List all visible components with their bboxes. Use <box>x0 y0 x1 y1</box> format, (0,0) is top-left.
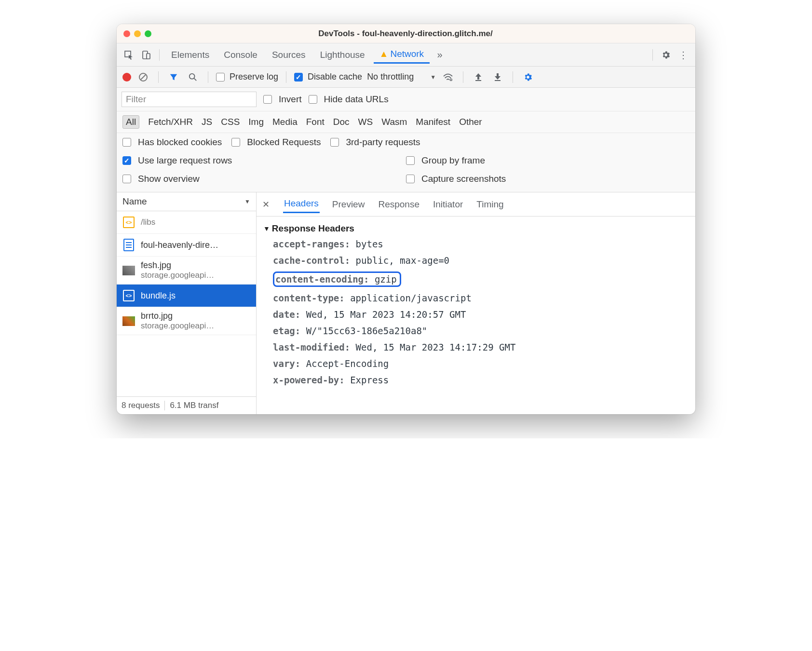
svg-point-5 <box>189 73 195 79</box>
group-frame-label: Group by frame <box>421 155 485 166</box>
status-bar: 8 requests 6.1 MB transf <box>117 396 256 414</box>
request-row[interactable]: fesh.jpgstorage.googleapi… <box>117 257 256 285</box>
blocked-cookies-checkbox[interactable] <box>122 138 131 147</box>
inspect-element-icon[interactable] <box>122 48 136 62</box>
js-file-icon: <> <box>123 217 135 228</box>
blocked-requests-checkbox[interactable] <box>231 138 240 147</box>
tab-sources[interactable]: Sources <box>266 47 311 63</box>
show-overview-label: Show overview <box>138 174 200 184</box>
disclosure-triangle-icon: ▼ <box>263 225 270 232</box>
type-manifest[interactable]: Manifest <box>416 117 450 127</box>
throttling-select[interactable]: No throttling ▼ <box>367 72 436 82</box>
window-title: DevTools - foul-heavenly-direction.glitc… <box>151 29 660 39</box>
third-party-label: 3rd-party requests <box>346 137 420 148</box>
request-row[interactable]: brrto.jpgstorage.googleapi… <box>117 307 256 335</box>
chevron-down-icon: ▼ <box>430 74 436 81</box>
preserve-log-label: Preserve log <box>230 72 278 82</box>
type-ws[interactable]: WS <box>358 117 373 127</box>
capture-screenshots-label: Capture screenshots <box>421 174 506 184</box>
tab-lighthouse[interactable]: Lighthouse <box>314 47 371 63</box>
document-file-icon <box>123 239 134 251</box>
network-settings-icon[interactable] <box>521 70 535 84</box>
detail-tab-initiator[interactable]: Initiator <box>432 196 464 213</box>
large-rows-label: Use large request rows <box>138 155 232 166</box>
third-party-checkbox[interactable] <box>330 138 339 147</box>
upload-har-icon[interactable] <box>471 70 486 84</box>
header-row: x-powered-by: Express <box>263 372 689 388</box>
main-split: Name ▼ <> /libs foul-heavenly-dire… fesh… <box>117 192 695 414</box>
disable-cache-label: Disable cache <box>308 72 362 82</box>
detail-tab-response[interactable]: Response <box>377 196 420 213</box>
type-wasm[interactable]: Wasm <box>381 117 407 127</box>
type-all[interactable]: All <box>122 115 139 129</box>
preserve-log-checkbox[interactable] <box>216 73 225 81</box>
close-detail-icon[interactable]: ✕ <box>262 199 270 210</box>
network-conditions-icon[interactable] <box>441 70 455 84</box>
capture-screenshots-checkbox[interactable] <box>406 175 415 183</box>
type-js[interactable]: JS <box>202 117 212 127</box>
options-rows: Has blocked cookies Blocked Requests 3rd… <box>117 133 695 192</box>
type-media[interactable]: Media <box>272 117 298 127</box>
settings-icon[interactable] <box>659 48 673 62</box>
svg-line-4 <box>141 75 146 80</box>
response-headers-section[interactable]: ▼ Response Headers <box>263 221 689 236</box>
titlebar: DevTools - foul-heavenly-direction.glitc… <box>117 24 695 43</box>
svg-rect-2 <box>147 54 150 59</box>
header-row: content-encoding: gzip <box>263 269 689 290</box>
minimize-window-button[interactable] <box>134 30 141 37</box>
filter-input[interactable]: Filter <box>122 92 257 107</box>
header-row: last-modified: Wed, 15 Mar 2023 14:17:29… <box>263 339 689 355</box>
devtools-window: DevTools - foul-heavenly-direction.glitc… <box>117 24 695 414</box>
record-button[interactable] <box>122 73 131 81</box>
blocked-requests-label: Blocked Requests <box>247 137 321 148</box>
js-file-icon: <> <box>123 290 135 301</box>
detail-tab-timing[interactable]: Timing <box>475 196 504 213</box>
window-controls <box>123 30 151 37</box>
main-tabs: Elements Console Sources Lighthouse ▲Net… <box>117 43 695 67</box>
header-row: accept-ranges: bytes <box>263 236 689 252</box>
tab-console[interactable]: Console <box>218 47 263 63</box>
type-fetch-xhr[interactable]: Fetch/XHR <box>148 117 193 127</box>
clear-button[interactable] <box>136 70 150 84</box>
type-doc[interactable]: Doc <box>333 117 350 127</box>
detail-tab-preview[interactable]: Preview <box>331 196 366 213</box>
search-icon[interactable] <box>186 70 200 84</box>
more-tabs-icon[interactable]: » <box>433 48 447 62</box>
chevron-down-icon: ▼ <box>244 198 250 205</box>
type-other[interactable]: Other <box>459 117 482 127</box>
group-frame-checkbox[interactable] <box>406 156 415 165</box>
name-column-header[interactable]: Name ▼ <box>117 192 256 211</box>
large-rows-checkbox[interactable]: ✓ <box>122 156 131 165</box>
download-har-icon[interactable] <box>490 70 505 84</box>
headers-body: ▼ Response Headers accept-ranges: bytesc… <box>257 217 695 414</box>
tab-elements[interactable]: Elements <box>165 47 215 63</box>
kebab-menu-icon[interactable]: ⋮ <box>676 48 690 62</box>
type-font[interactable]: Font <box>306 117 325 127</box>
request-row[interactable]: foul-heavenly-dire… <box>117 234 256 257</box>
svg-rect-9 <box>495 80 501 81</box>
close-window-button[interactable] <box>123 30 130 37</box>
requests-pane: Name ▼ <> /libs foul-heavenly-dire… fesh… <box>117 192 257 414</box>
header-row: cache-control: public, max-age=0 <box>263 252 689 269</box>
header-row: date: Wed, 15 Mar 2023 14:20:57 GMT <box>263 306 689 323</box>
request-row[interactable]: <> /libs <box>117 211 256 234</box>
header-row: vary: Accept-Encoding <box>263 355 689 372</box>
zoom-window-button[interactable] <box>145 30 151 37</box>
transfer-size: 6.1 MB transf <box>170 401 223 410</box>
hide-data-urls-label: Hide data URLs <box>324 94 389 105</box>
invert-checkbox[interactable] <box>263 95 272 104</box>
tab-network[interactable]: ▲Network <box>374 46 430 64</box>
request-list: <> /libs foul-heavenly-dire… fesh.jpgsto… <box>117 211 256 396</box>
invert-label: Invert <box>279 94 302 105</box>
request-row-selected[interactable]: <> bundle.js <box>117 285 256 307</box>
disable-cache-checkbox[interactable]: ✓ <box>294 73 303 81</box>
hide-data-urls-checkbox[interactable] <box>309 95 317 104</box>
type-css[interactable]: CSS <box>221 117 240 127</box>
image-thumbnail-icon <box>122 266 135 275</box>
svg-line-6 <box>194 78 197 81</box>
filter-icon[interactable] <box>166 70 181 84</box>
device-toolbar-icon[interactable] <box>139 48 153 62</box>
type-img[interactable]: Img <box>248 117 264 127</box>
show-overview-checkbox[interactable] <box>122 175 131 183</box>
detail-tab-headers[interactable]: Headers <box>283 195 320 213</box>
